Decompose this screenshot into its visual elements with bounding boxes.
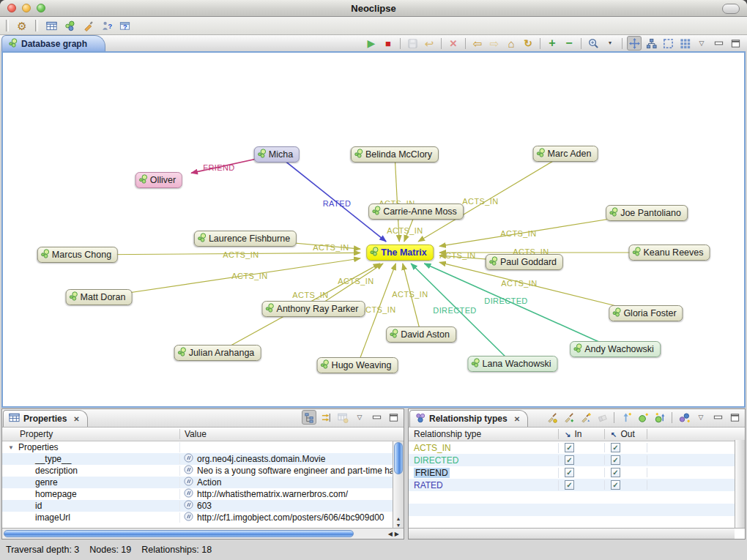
revert-button[interactable]: ↩	[422, 36, 436, 51]
graph-node-olliver[interactable]: Olliver	[135, 172, 182, 188]
settings-gear-icon[interactable]: ⚙	[15, 18, 29, 33]
graph-node-anthony[interactable]: Anthony Ray Parker	[262, 301, 365, 317]
scrollbar-thumb[interactable]	[4, 530, 354, 537]
clear-highlight-button[interactable]	[595, 410, 609, 425]
graph-node-matt[interactable]: Matt Doran	[66, 289, 133, 305]
relationship-row-rated[interactable]: RATED✓✓	[409, 479, 745, 491]
view-menu-button[interactable]: ▽	[694, 36, 709, 51]
marquee-select-button[interactable]	[661, 36, 675, 51]
zoom-menu-arrow[interactable]: ▾	[603, 36, 617, 51]
property-category-row[interactable]: ▼Properties	[2, 441, 404, 453]
save-button[interactable]	[405, 36, 420, 51]
increase-depth-button[interactable]: +	[545, 36, 560, 51]
graph-node-julian[interactable]: Julian Arahanga	[174, 345, 261, 361]
properties-table-icon[interactable]	[44, 18, 59, 33]
add-outgoing-node-button[interactable]	[636, 410, 650, 425]
delete-button[interactable]: ✕	[446, 36, 461, 51]
in-checkbox[interactable]: ✓	[565, 468, 574, 477]
in-checkbox[interactable]: ✓	[565, 480, 574, 490]
start-button[interactable]: ▶	[364, 36, 379, 51]
in-checkbox[interactable]: ✓	[565, 455, 574, 465]
scrollbar-arrows[interactable]: ◀▶	[388, 531, 401, 537]
refresh-button[interactable]: ↻	[521, 36, 535, 51]
highlight-all-relationships-button[interactable]	[578, 410, 592, 425]
help-contents-icon[interactable]: ?	[99, 18, 114, 33]
graph-node-joe[interactable]: Joe Pantoliano	[606, 205, 688, 221]
maximize-button[interactable]	[728, 36, 743, 51]
column-header-value[interactable]: Value	[180, 429, 207, 439]
pan-mode-button[interactable]	[627, 36, 642, 51]
out-checkbox[interactable]: ✓	[611, 480, 620, 490]
graph-node-andy[interactable]: Andy Wachowski	[570, 341, 661, 357]
relationship-row-directed[interactable]: DIRECTED✓✓	[409, 454, 745, 466]
out-checkbox[interactable]: ✓	[611, 468, 620, 477]
close-view-icon[interactable]: ✕	[73, 415, 79, 423]
graph-node-micha[interactable]: Micha	[254, 146, 300, 163]
column-header-out[interactable]: ↖ Out	[605, 429, 647, 439]
vertical-scrollbar[interactable]: ▲ ▼	[393, 441, 404, 529]
relationship-row-acts_in[interactable]: ACTS_IN✓✓	[409, 441, 745, 454]
graph-nodes-icon[interactable]	[62, 18, 77, 33]
add-relationship-button[interactable]	[619, 410, 633, 425]
toolbar-toggle-button[interactable]	[722, 4, 740, 14]
highlight-add-relationships-button[interactable]	[561, 410, 576, 425]
graph-node-laurence[interactable]: Laurence Fishburne	[194, 231, 297, 247]
tab-relationship-types[interactable]: Relationship types ✕	[409, 410, 528, 427]
tab-properties[interactable]: Properties ✕	[3, 410, 88, 427]
graph-node-david[interactable]: David Aston	[386, 326, 456, 343]
show-categories-button[interactable]	[302, 410, 316, 425]
property-row-id[interactable]: id603	[2, 500, 404, 512]
graph-node-belinda[interactable]: Belinda McClory	[351, 146, 439, 163]
decorate-brush-icon[interactable]	[81, 18, 95, 33]
relationship-table-header[interactable]: Relationship type ↘ In ↖ Out	[409, 428, 745, 441]
column-header-property[interactable]: Property	[2, 429, 180, 439]
back-button[interactable]: ⇦	[470, 36, 485, 51]
expand-triangle-icon[interactable]: ▼	[8, 444, 14, 451]
title-bar[interactable]: Neoclipse	[0, 0, 747, 17]
minimize-button[interactable]	[369, 410, 384, 425]
highlight-relationships-button[interactable]	[544, 410, 559, 425]
property-row-type[interactable]: __type__org.neo4j.cineasts.domain.Movie	[2, 453, 404, 465]
minimize-button[interactable]	[710, 410, 725, 425]
graph-node-keanu[interactable]: Keanu Reeves	[628, 244, 710, 261]
minimize-button[interactable]	[711, 36, 726, 51]
graph-node-paul[interactable]: Paul Goddard	[486, 254, 563, 270]
maximize-button[interactable]	[727, 410, 742, 425]
property-row-homepage[interactable]: homepagehttp://whatisthematrix.warnerbro…	[2, 488, 404, 500]
graph-canvas[interactable]: FRIENDRATEDACTS_INACTS_INACTS_INACTS_INA…	[1, 51, 746, 408]
close-view-icon[interactable]: ✕	[514, 415, 520, 423]
forward-button[interactable]: ⇨	[487, 36, 502, 51]
graph-node-matrix[interactable]: The Matrix	[366, 244, 434, 261]
out-checkbox[interactable]: ✓	[611, 455, 620, 465]
scrollbar-arrows[interactable]: ▲ ▼	[393, 515, 404, 529]
grid-layout-button[interactable]	[677, 36, 692, 51]
vertical-scrollbar[interactable]	[735, 440, 745, 529]
horizontal-scrollbar[interactable]	[409, 528, 735, 539]
horizontal-scrollbar[interactable]: ◀▶	[2, 528, 404, 539]
tab-database-graph[interactable]: Database graph	[1, 35, 105, 51]
filter-properties-button[interactable]	[319, 410, 333, 425]
graph-node-carrie[interactable]: Carrie-Anne Moss	[368, 204, 464, 220]
in-checkbox[interactable]: ✓	[565, 443, 574, 452]
out-checkbox[interactable]: ✓	[611, 443, 620, 452]
tree-layout-button[interactable]	[644, 36, 658, 51]
stop-button[interactable]: ■	[381, 36, 395, 51]
column-header-relationship-type[interactable]: Relationship type	[409, 429, 559, 439]
property-row-genre[interactable]: genreAction	[2, 477, 404, 488]
graph-node-lana[interactable]: Lana Wachowski	[467, 356, 557, 372]
relationship-row-friend[interactable]: FRIEND✓✓	[409, 466, 745, 479]
graph-node-gloria[interactable]: Gloria Foster	[609, 305, 683, 321]
dynamic-help-icon[interactable]: ?	[117, 18, 132, 33]
column-header-in[interactable]: ↘ In	[559, 429, 605, 439]
new-relationship-type-button[interactable]	[677, 410, 691, 425]
graph-node-marcaden[interactable]: Marc Aden	[533, 146, 598, 162]
view-menu-button[interactable]: ▽	[352, 410, 367, 425]
properties-table-header[interactable]: Property Value	[2, 428, 404, 441]
decrease-depth-button[interactable]: −	[562, 36, 576, 51]
restore-defaults-button[interactable]	[335, 410, 350, 425]
property-row-imageUrl[interactable]: imageUrlhttp://cf1.imgobject.com/posters…	[2, 512, 404, 523]
scrollbar-thumb[interactable]	[394, 442, 403, 474]
graph-node-marcus[interactable]: Marcus Chong	[37, 247, 118, 263]
home-button[interactable]: ⌂	[504, 36, 519, 51]
graph-node-hugo[interactable]: Hugo Weaving	[317, 357, 398, 373]
